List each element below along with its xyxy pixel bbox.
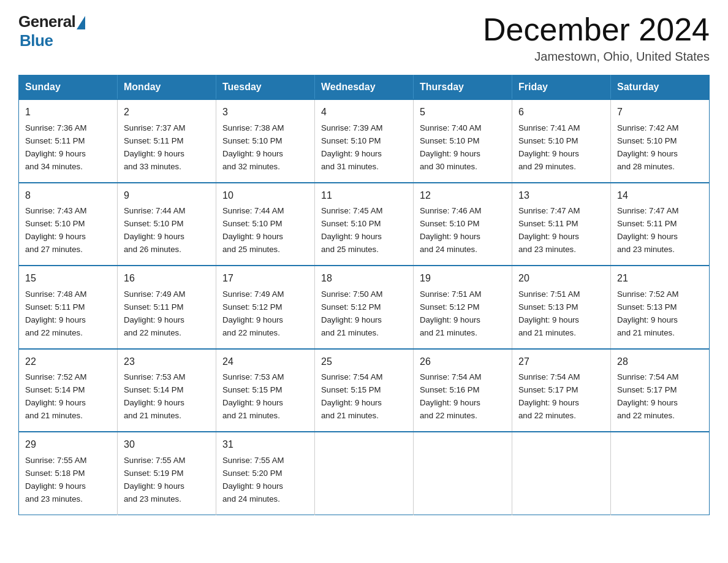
day-info: Sunrise: 7:51 AMSunset: 5:12 PMDaylight:…: [420, 289, 481, 337]
calendar-cell: 29 Sunrise: 7:55 AMSunset: 5:18 PMDaylig…: [19, 432, 118, 515]
logo-general-text: General: [18, 12, 75, 31]
day-info: Sunrise: 7:41 AMSunset: 5:10 PMDaylight:…: [518, 123, 580, 171]
day-number: 6: [518, 105, 604, 120]
calendar-cell: 15 Sunrise: 7:48 AMSunset: 5:11 PMDaylig…: [19, 266, 118, 348]
calendar-cell: 23 Sunrise: 7:53 AMSunset: 5:14 PMDaylig…: [118, 349, 216, 432]
calendar-cell: 5 Sunrise: 7:40 AMSunset: 5:10 PMDayligh…: [414, 99, 512, 182]
day-number: 30: [124, 437, 210, 453]
day-header-tuesday: Tuesday: [216, 75, 315, 100]
calendar-cell: 14 Sunrise: 7:47 AMSunset: 5:11 PMDaylig…: [611, 183, 710, 266]
calendar-week-row: 29 Sunrise: 7:55 AMSunset: 5:18 PMDaylig…: [19, 432, 710, 515]
day-number: 13: [518, 188, 604, 204]
calendar-cell: 6 Sunrise: 7:41 AMSunset: 5:10 PMDayligh…: [512, 99, 611, 182]
day-number: 11: [321, 188, 407, 204]
day-info: Sunrise: 7:54 AMSunset: 5:15 PMDaylight:…: [321, 372, 382, 420]
day-info: Sunrise: 7:51 AMSunset: 5:13 PMDaylight:…: [518, 289, 580, 337]
day-number: 14: [617, 188, 703, 204]
day-info: Sunrise: 7:46 AMSunset: 5:10 PMDaylight:…: [420, 206, 481, 254]
calendar-cell: 13 Sunrise: 7:47 AMSunset: 5:11 PMDaylig…: [512, 183, 611, 266]
day-info: Sunrise: 7:52 AMSunset: 5:14 PMDaylight:…: [25, 372, 86, 420]
day-number: 9: [124, 188, 210, 204]
day-info: Sunrise: 7:54 AMSunset: 5:17 PMDaylight:…: [518, 372, 580, 420]
day-number: 28: [617, 354, 703, 370]
day-header-saturday: Saturday: [611, 75, 710, 100]
day-info: Sunrise: 7:55 AMSunset: 5:19 PMDaylight:…: [124, 456, 185, 504]
day-number: 26: [420, 354, 506, 370]
day-info: Sunrise: 7:47 AMSunset: 5:11 PMDaylight:…: [518, 206, 580, 254]
days-of-week-row: SundayMondayTuesdayWednesdayThursdayFrid…: [19, 75, 710, 100]
calendar-cell: 3 Sunrise: 7:38 AMSunset: 5:10 PMDayligh…: [216, 99, 315, 182]
day-number: 5: [420, 105, 506, 120]
calendar-cell: 9 Sunrise: 7:44 AMSunset: 5:10 PMDayligh…: [118, 183, 216, 266]
day-header-thursday: Thursday: [414, 75, 512, 100]
calendar-cell: 27 Sunrise: 7:54 AMSunset: 5:17 PMDaylig…: [512, 349, 611, 432]
day-number: 16: [124, 271, 210, 286]
calendar-cell: [611, 432, 710, 515]
calendar-cell: 12 Sunrise: 7:46 AMSunset: 5:10 PMDaylig…: [414, 183, 512, 266]
logo: General Blue: [18, 12, 85, 50]
calendar-cell: 28 Sunrise: 7:54 AMSunset: 5:17 PMDaylig…: [611, 349, 710, 432]
calendar-cell: 24 Sunrise: 7:53 AMSunset: 5:15 PMDaylig…: [216, 349, 315, 432]
day-info: Sunrise: 7:43 AMSunset: 5:10 PMDaylight:…: [25, 206, 86, 254]
page-header: General Blue December 2024 Jamestown, Oh…: [18, 12, 710, 64]
day-number: 15: [25, 271, 111, 286]
day-number: 18: [321, 271, 407, 286]
calendar-cell: 8 Sunrise: 7:43 AMSunset: 5:10 PMDayligh…: [19, 183, 118, 266]
calendar-week-row: 15 Sunrise: 7:48 AMSunset: 5:11 PMDaylig…: [19, 266, 710, 348]
day-number: 29: [25, 437, 111, 453]
day-number: 10: [222, 188, 308, 204]
calendar-table: SundayMondayTuesdayWednesdayThursdayFrid…: [18, 75, 710, 515]
day-header-monday: Monday: [118, 75, 216, 100]
logo-arrow-icon: [77, 16, 85, 29]
calendar-cell: 11 Sunrise: 7:45 AMSunset: 5:10 PMDaylig…: [315, 183, 414, 266]
day-info: Sunrise: 7:47 AMSunset: 5:11 PMDaylight:…: [617, 206, 678, 254]
calendar-cell: 31 Sunrise: 7:55 AMSunset: 5:20 PMDaylig…: [216, 432, 315, 515]
header-right: December 2024 Jamestown, Ohio, United St…: [483, 12, 710, 64]
day-info: Sunrise: 7:44 AMSunset: 5:10 PMDaylight:…: [124, 206, 185, 254]
day-number: 27: [518, 354, 604, 370]
calendar-cell: 30 Sunrise: 7:55 AMSunset: 5:19 PMDaylig…: [118, 432, 216, 515]
calendar-cell: 10 Sunrise: 7:44 AMSunset: 5:10 PMDaylig…: [216, 183, 315, 266]
day-number: 21: [617, 271, 703, 286]
day-number: 25: [321, 354, 407, 370]
month-title: December 2024: [483, 12, 710, 47]
day-number: 1: [25, 105, 111, 120]
day-info: Sunrise: 7:53 AMSunset: 5:14 PMDaylight:…: [124, 372, 185, 420]
day-number: 8: [25, 188, 111, 204]
day-info: Sunrise: 7:50 AMSunset: 5:12 PMDaylight:…: [321, 289, 382, 337]
day-number: 22: [25, 354, 111, 370]
day-info: Sunrise: 7:55 AMSunset: 5:20 PMDaylight:…: [222, 456, 284, 504]
day-number: 31: [222, 437, 308, 453]
calendar-header: SundayMondayTuesdayWednesdayThursdayFrid…: [19, 75, 710, 100]
day-number: 12: [420, 188, 506, 204]
day-number: 2: [124, 105, 210, 120]
calendar-cell: 1 Sunrise: 7:36 AMSunset: 5:11 PMDayligh…: [19, 99, 118, 182]
calendar-cell: 25 Sunrise: 7:54 AMSunset: 5:15 PMDaylig…: [315, 349, 414, 432]
calendar-week-row: 8 Sunrise: 7:43 AMSunset: 5:10 PMDayligh…: [19, 183, 710, 266]
day-info: Sunrise: 7:54 AMSunset: 5:16 PMDaylight:…: [420, 372, 481, 420]
day-number: 17: [222, 271, 308, 286]
calendar-cell: [315, 432, 414, 515]
day-number: 7: [617, 105, 703, 120]
day-header-wednesday: Wednesday: [315, 75, 414, 100]
day-info: Sunrise: 7:38 AMSunset: 5:10 PMDaylight:…: [222, 123, 284, 171]
calendar-cell: 19 Sunrise: 7:51 AMSunset: 5:12 PMDaylig…: [414, 266, 512, 348]
day-number: 20: [518, 271, 604, 286]
day-number: 19: [420, 271, 506, 286]
day-number: 3: [222, 105, 308, 120]
calendar-cell: 20 Sunrise: 7:51 AMSunset: 5:13 PMDaylig…: [512, 266, 611, 348]
day-info: Sunrise: 7:52 AMSunset: 5:13 PMDaylight:…: [617, 289, 678, 337]
calendar-cell: 16 Sunrise: 7:49 AMSunset: 5:11 PMDaylig…: [118, 266, 216, 348]
calendar-cell: [512, 432, 611, 515]
calendar-cell: 21 Sunrise: 7:52 AMSunset: 5:13 PMDaylig…: [611, 266, 710, 348]
day-header-sunday: Sunday: [19, 75, 118, 100]
location-text: Jamestown, Ohio, United States: [483, 50, 710, 64]
day-info: Sunrise: 7:37 AMSunset: 5:11 PMDaylight:…: [124, 123, 185, 171]
day-info: Sunrise: 7:49 AMSunset: 5:12 PMDaylight:…: [222, 289, 284, 337]
logo-blue-text: Blue: [20, 31, 53, 50]
day-info: Sunrise: 7:54 AMSunset: 5:17 PMDaylight:…: [617, 372, 678, 420]
day-info: Sunrise: 7:49 AMSunset: 5:11 PMDaylight:…: [124, 289, 185, 337]
day-info: Sunrise: 7:55 AMSunset: 5:18 PMDaylight:…: [25, 456, 86, 504]
day-info: Sunrise: 7:42 AMSunset: 5:10 PMDaylight:…: [617, 123, 678, 171]
day-number: 24: [222, 354, 308, 370]
